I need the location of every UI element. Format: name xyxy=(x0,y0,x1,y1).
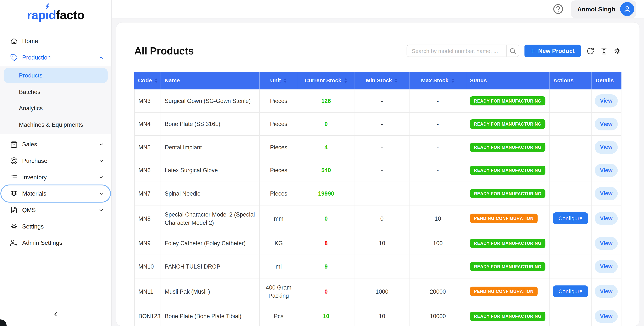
cell-name: Bone Plate (Bone Plate Tibial) xyxy=(161,305,260,326)
column-header-max-stock[interactable]: Max Stock xyxy=(410,72,466,89)
user-menu[interactable]: Anmol Singh xyxy=(571,0,636,18)
sidebar-item-qms[interactable]: QMS xyxy=(0,202,111,218)
chevron-up-icon xyxy=(98,55,104,60)
sidebar-item-purchase[interactable]: Purchase xyxy=(0,153,111,169)
lightning-bolt-icon xyxy=(44,3,50,10)
user-name: Anmol Singh xyxy=(577,5,615,12)
sidebar-subitem-analytics[interactable]: Analytics xyxy=(0,100,111,117)
chevron-down-icon xyxy=(98,191,104,196)
view-button[interactable]: View xyxy=(594,118,618,131)
sidebar-item-inventory[interactable]: Inventory xyxy=(0,169,111,185)
view-button[interactable]: View xyxy=(594,164,618,177)
view-button[interactable]: View xyxy=(594,141,618,154)
cell-actions xyxy=(550,182,592,205)
configure-button[interactable]: Configure xyxy=(553,285,588,298)
search-icon xyxy=(510,47,516,54)
new-product-button[interactable]: + New Product xyxy=(524,45,581,57)
sidebar-item-settings[interactable]: Settings xyxy=(0,218,111,235)
chevron-down-icon xyxy=(98,207,104,213)
sidebar-item-sales[interactable]: Sales xyxy=(0,136,111,153)
view-button[interactable]: View xyxy=(594,285,618,298)
stock-value: 8 xyxy=(324,239,328,247)
cell-min-stock: - xyxy=(354,113,410,136)
view-button[interactable]: View xyxy=(594,310,618,323)
stock-value: 0 xyxy=(324,214,328,222)
shopping-bag-icon xyxy=(10,141,18,148)
status-badge: READY FOR MANUFACTURING xyxy=(470,262,546,271)
cell-actions: Configure xyxy=(550,205,592,231)
stock-value: 19990 xyxy=(318,189,334,198)
sort-icon xyxy=(394,78,398,83)
sidebar-item-materials[interactable]: Materials xyxy=(1,185,110,202)
products-card: All Products + New Product xyxy=(116,23,640,326)
table-row: MN7Spinal NeedlePieces19990--READY FOR M… xyxy=(135,182,621,205)
cell-actions xyxy=(550,159,592,182)
sidebar: rapıdfacto Home Production xyxy=(0,0,112,326)
fit-height-icon[interactable] xyxy=(600,47,608,55)
chat-widget[interactable] xyxy=(0,320,6,326)
cell-code: MN4 xyxy=(135,113,161,136)
search-button[interactable] xyxy=(506,45,519,56)
sidebar-subitem-batches[interactable]: Batches xyxy=(0,84,111,100)
sort-icon xyxy=(451,78,455,83)
document-icon xyxy=(10,206,18,213)
table-row: MN6Latex Surgical GlovePieces540--READY … xyxy=(135,159,621,182)
column-header-min-stock[interactable]: Min Stock xyxy=(354,72,410,89)
logo-text-primary: rapıd xyxy=(27,8,56,22)
cell-max-stock: 20000 xyxy=(410,278,466,305)
status-badge: READY FOR MANUFACTURING xyxy=(470,189,546,198)
sidebar-item-production[interactable]: Production xyxy=(0,49,111,66)
column-header-code[interactable]: Code xyxy=(134,72,161,89)
cell-max-stock: - xyxy=(410,136,466,159)
sort-icon xyxy=(154,78,158,83)
table-settings-gear-icon[interactable] xyxy=(613,47,622,55)
column-header-unit[interactable]: Unit xyxy=(260,72,298,89)
column-header-details: Details xyxy=(592,72,621,89)
stock-value: 540 xyxy=(321,166,331,174)
sidebar-subitem-machines-equipments[interactable]: Machines & Equipments xyxy=(0,116,111,133)
sidebar-item-home[interactable]: Home xyxy=(0,33,111,49)
cell-unit: ml xyxy=(260,255,298,278)
search-input[interactable] xyxy=(407,48,506,54)
refresh-icon[interactable] xyxy=(586,47,594,55)
view-button[interactable]: View xyxy=(594,212,618,225)
cell-code: MN11 xyxy=(135,278,161,305)
status-badge: READY FOR MANUFACTURING xyxy=(470,239,546,248)
cell-unit: Pcs xyxy=(260,305,298,326)
production-submenu: Products Batches Analytics Machines & Eq… xyxy=(0,66,111,134)
cell-name: Foley Catheter (Foley Catheter) xyxy=(161,232,260,255)
configure-button[interactable]: Configure xyxy=(553,212,588,225)
cell-current-stock: 8 xyxy=(298,232,354,255)
cell-min-stock: - xyxy=(354,255,410,278)
cell-details: View xyxy=(592,182,620,205)
cell-code: MN6 xyxy=(135,159,161,182)
view-button[interactable]: View xyxy=(594,94,618,107)
stock-value: 9 xyxy=(324,262,328,271)
sidebar-subitem-products[interactable]: Products xyxy=(4,68,108,83)
status-badge: READY FOR MANUFACTURING xyxy=(470,312,546,321)
view-button[interactable]: View xyxy=(594,260,618,273)
help-icon[interactable] xyxy=(552,3,564,15)
sidebar-item-admin-settings[interactable]: Admin Settings xyxy=(0,234,111,251)
cell-actions xyxy=(550,89,592,112)
cell-name: Latex Surgical Glove xyxy=(161,159,260,182)
content-area: All Products + New Product xyxy=(112,18,644,326)
main-area: Anmol Singh All Products xyxy=(112,0,644,326)
chevron-down-icon xyxy=(98,174,104,180)
view-button[interactable]: View xyxy=(594,237,618,250)
cell-status: PENDING CONFIGURATION xyxy=(466,278,550,305)
table-row: MN10PANCH TULSI DROPml9--READY FOR MANUF… xyxy=(135,255,621,278)
cell-current-stock: 0 xyxy=(298,205,354,231)
cell-actions xyxy=(550,305,592,326)
sidebar-collapse-button[interactable] xyxy=(49,308,62,321)
cell-code: MN5 xyxy=(135,136,161,159)
column-header-current-stock[interactable]: Current Stock xyxy=(298,72,354,89)
cell-details: View xyxy=(592,159,620,182)
cell-current-stock: 9 xyxy=(298,255,354,278)
table-row: MN3Surgical Gown (SG-Gown Sterile)Pieces… xyxy=(135,89,621,113)
cell-details: View xyxy=(592,89,620,112)
view-button[interactable]: View xyxy=(594,187,618,200)
page-header: All Products + New Product xyxy=(134,23,622,57)
home-icon xyxy=(10,37,18,44)
cell-status: READY FOR MANUFACTURING xyxy=(466,232,550,255)
